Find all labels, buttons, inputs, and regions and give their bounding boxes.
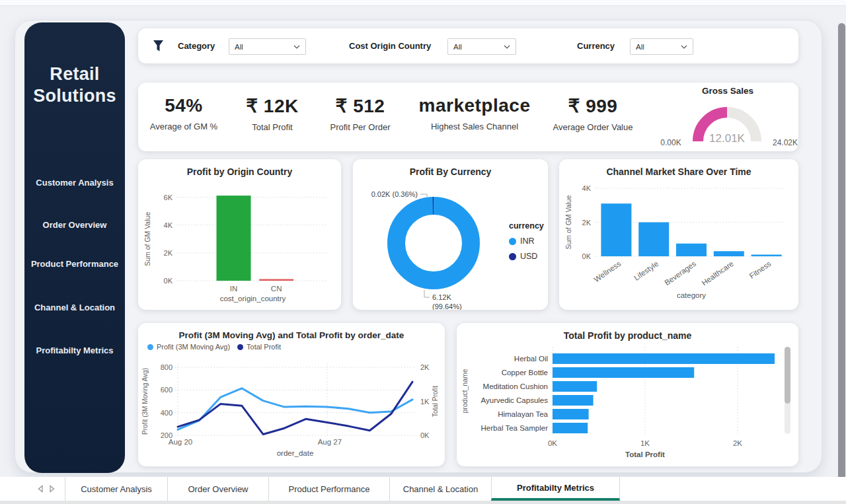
chart-scrollbar-thumb[interactable] — [785, 347, 790, 404]
filter-cost-origin-select[interactable]: All — [447, 38, 516, 55]
svg-text:6K: 6K — [164, 194, 173, 201]
svg-text:Aug 20: Aug 20 — [169, 438, 192, 446]
svg-text:Ayurvedic Capsules: Ayurvedic Capsules — [481, 396, 549, 404]
filter-icon — [153, 40, 164, 52]
kpi-value: marketplace — [419, 95, 531, 116]
svg-text:Copper Bottle: Copper Bottle — [502, 369, 548, 377]
chevron-down-icon — [293, 45, 300, 49]
chart-card-product-profit: Total Profit by product_name 0K1K2KHerba… — [457, 323, 798, 466]
filter-currency-label: Currency — [577, 41, 615, 51]
kpi-average-gm: 54% Average of GM % — [141, 83, 227, 151]
gauge-arc: 0.00K12.01K24.02K — [658, 96, 798, 149]
svg-text:Himalayan Tea: Himalayan Tea — [498, 410, 548, 418]
tab-channel-location[interactable]: Channel & Location — [389, 477, 491, 501]
donut-legend: currency INR USD — [509, 221, 544, 267]
svg-text:Meditation Cushion: Meditation Cushion — [483, 382, 548, 390]
chart-card-category-share: Channel Market Share Over Time 0K2K4KWel… — [559, 159, 798, 310]
sidebar-item-order-overview[interactable]: Order Overview — [24, 220, 125, 230]
top-strip — [0, 0, 846, 6]
report-canvas: Retail Solutions Customer Analysis Order… — [15, 20, 822, 473]
legend-item-usd[interactable]: USD — [509, 252, 544, 261]
kpi-label: Average Order Value — [553, 122, 633, 132]
svg-text:2K: 2K — [420, 363, 430, 371]
bottom-strip — [0, 501, 846, 504]
svg-text:Beverages: Beverages — [663, 260, 697, 287]
svg-text:2K: 2K — [733, 439, 742, 447]
chevron-down-icon — [681, 45, 687, 49]
kpi-label: Total Profit — [252, 122, 292, 132]
svg-text:1K: 1K — [420, 398, 430, 406]
filter-cost-origin-label: Cost Origin Country — [349, 41, 431, 51]
page-tab-bar: Customer Analysis Order Overview Product… — [0, 477, 846, 501]
kpi-label: Highest Sales Channel — [431, 122, 518, 131]
svg-text:2K: 2K — [164, 249, 173, 257]
svg-text:(99.64%): (99.64%) — [432, 303, 462, 310]
chevron-down-icon — [504, 45, 510, 49]
svg-text:order_date: order_date — [277, 449, 314, 457]
svg-text:0K: 0K — [164, 277, 173, 285]
kpi-highest-sales-channel: marketplace Highest Sales Channel — [412, 83, 537, 151]
chevron-right-icon[interactable] — [49, 485, 56, 493]
svg-text:Sum of GM Value: Sum of GM Value — [564, 195, 572, 249]
origin-country-bar-chart[interactable]: 0K2K4K6KINCNcost_origin_countrySum of GM… — [138, 159, 341, 310]
sidebar-item-product-performance[interactable]: Product Performance — [24, 259, 125, 269]
svg-text:Aug 27: Aug 27 — [318, 438, 342, 446]
legend-label: INR — [520, 236, 535, 246]
profit-lines-chart[interactable]: 2004006008000K1K2KAug 20Aug 27order_date… — [138, 323, 445, 466]
filter-currency-select[interactable]: All — [630, 38, 693, 55]
kpi-profit-per-order: ₹ 512 Profit Per Order — [314, 83, 406, 151]
svg-text:Total Profit: Total Profit — [625, 450, 665, 458]
svg-text:Total Profit: Total Profit — [432, 386, 439, 417]
svg-text:800: 800 — [161, 363, 173, 371]
legend-item-inr[interactable]: INR — [509, 236, 544, 246]
category-share-bar-chart[interactable]: 0K2K4KWellnessLifestyleBeveragesHealthca… — [559, 159, 798, 310]
usd-dot-icon — [509, 253, 516, 260]
filter-category-value: All — [235, 43, 243, 51]
sidebar-item-customer-analysis[interactable]: Customer Analysis — [24, 178, 125, 188]
svg-text:4K: 4K — [582, 184, 592, 192]
app-title: Retail Solutions — [24, 22, 125, 107]
filter-category-label: Category — [178, 41, 215, 51]
kpi-total-profit: ₹ 12K Total Profit — [233, 83, 312, 151]
tab-customer-analysis[interactable]: Customer Analysis — [65, 477, 167, 501]
svg-text:1K: 1K — [640, 439, 650, 447]
kpi-average-order-value: ₹ 999 Average Order Value — [540, 83, 646, 151]
sidebar: Retail Solutions Customer Analysis Order… — [24, 22, 125, 473]
inr-dot-icon — [509, 238, 516, 245]
kpi-label: Average of GM % — [150, 122, 217, 131]
page-scrollbar[interactable] — [838, 23, 845, 500]
sidebar-item-channel-location[interactable]: Channel & Location — [24, 303, 125, 312]
svg-text:0K: 0K — [582, 252, 592, 260]
kpi-label: Profit Per Order — [330, 122, 390, 132]
svg-text:IN: IN — [230, 285, 238, 293]
svg-text:400: 400 — [161, 409, 173, 417]
tab-product-performance[interactable]: Product Performance — [268, 477, 389, 501]
kpi-value: 54% — [165, 95, 203, 116]
filter-cost-origin-value: All — [453, 43, 462, 51]
svg-text:600: 600 — [161, 386, 173, 394]
chart-card-currency-donut: Profit By Currency 0.02K (0.36%)6.12K(99… — [353, 159, 548, 310]
tab-nav-arrows — [0, 477, 65, 501]
filter-category-select[interactable]: All — [229, 38, 306, 55]
svg-text:CN: CN — [271, 285, 282, 293]
svg-text:Sum of GM Value: Sum of GM Value — [143, 212, 151, 266]
dashboard-root: Retail Solutions Customer Analysis Order… — [0, 0, 846, 504]
svg-text:2K: 2K — [582, 219, 592, 227]
svg-text:0.00K: 0.00K — [660, 138, 681, 147]
tab-order-overview[interactable]: Order Overview — [167, 477, 268, 501]
sidebar-item-profitability-metrics[interactable]: Profitabilty Metrics — [24, 345, 125, 355]
svg-text:Wellness: Wellness — [593, 260, 623, 284]
svg-text:4K: 4K — [164, 221, 173, 229]
svg-text:Lifestyle: Lifestyle — [633, 260, 660, 282]
tab-profitability-metrics[interactable]: Profitabilty Metrics — [491, 477, 620, 501]
product-profit-bar-chart[interactable]: 0K1K2KHerbal OilCopper BottleMeditation … — [457, 323, 798, 466]
svg-text:Fitness: Fitness — [748, 260, 772, 280]
svg-text:0K: 0K — [420, 431, 430, 439]
gross-sales-gauge[interactable]: Gross Sales 0.00K12.01K24.02K — [658, 86, 798, 149]
kpi-value: ₹ 12K — [246, 95, 298, 117]
filter-currency-value: All — [636, 43, 644, 51]
svg-text:Herbal Oil: Herbal Oil — [514, 355, 548, 363]
chevron-left-icon[interactable] — [37, 485, 44, 493]
filter-bar: Category All Cost Origin Country All Cur… — [138, 28, 798, 63]
svg-text:Profit (3M Moving Avg): Profit (3M Moving Avg) — [141, 368, 149, 435]
